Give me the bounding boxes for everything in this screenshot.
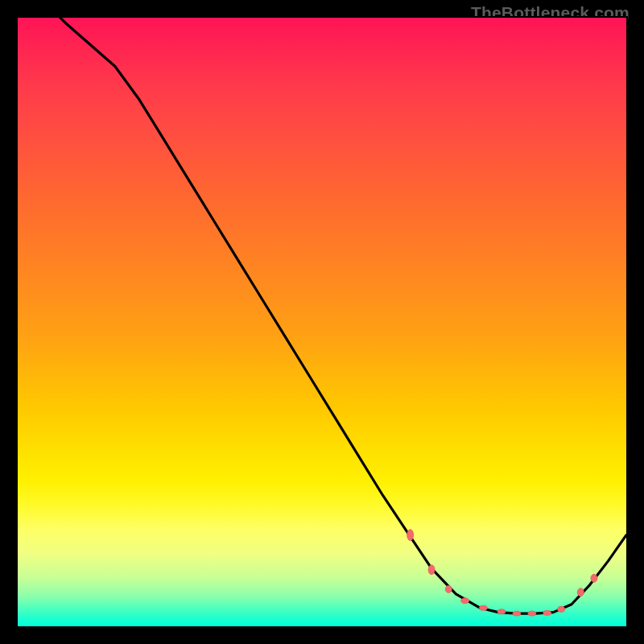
gradient-background [18,18,626,626]
plot-area [16,16,628,628]
chart-container: TheBottleneck.com [0,0,644,644]
